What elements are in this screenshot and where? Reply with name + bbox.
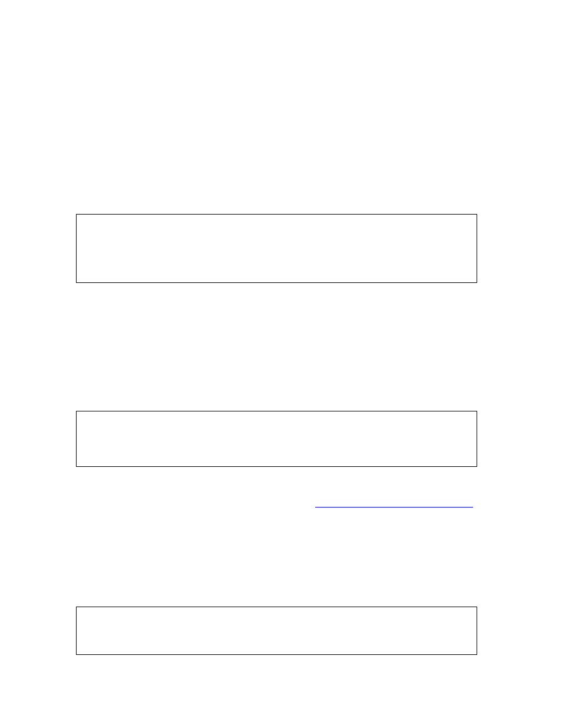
bordered-box-3 [76,607,477,655]
bordered-box-1 [76,214,477,283]
bordered-box-2 [76,411,477,467]
hyperlink-underline[interactable] [315,507,473,508]
